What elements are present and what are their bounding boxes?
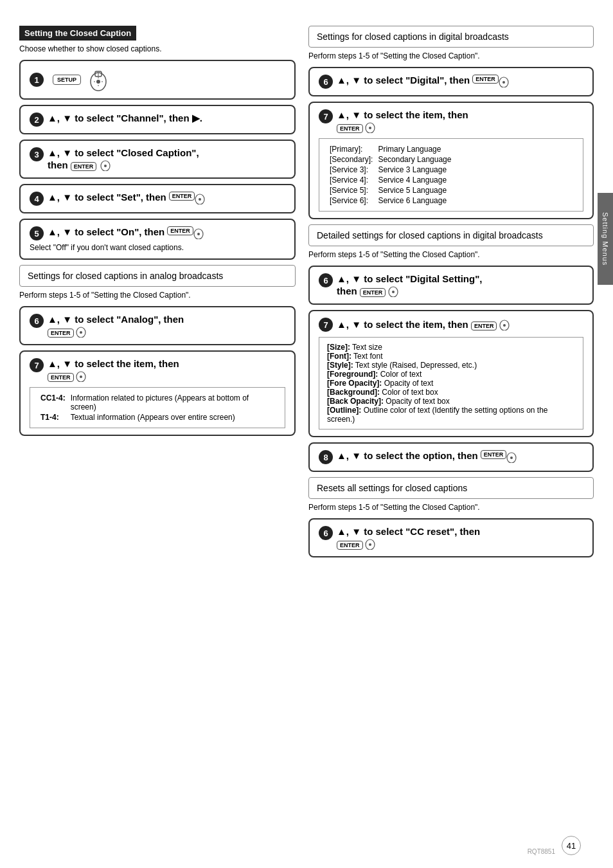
step-5-text: ▲, ▼ to select "On", then [48, 226, 164, 237]
svg-point-27 [510, 457, 513, 459]
analog-step-7-text: ▲, ▼ to select the item, then [48, 358, 179, 369]
step-2-text: ▲, ▼ to select "Channel", then ▶. [48, 113, 202, 124]
enter-icon-3: ENTER [71, 162, 97, 171]
list-item: [Fore Opacity]: Opacity of text [327, 379, 575, 388]
list-item: [Outline]: Outline color of text (Identi… [327, 406, 575, 424]
enter-icon-5: ENTER [167, 226, 193, 235]
digital-step-6-text: ▲, ▼ to select "Digital", then [337, 75, 470, 86]
analog-item-list: CC1-4: Information related to pictures (… [30, 387, 285, 428]
remote-small-icon-det8 [505, 450, 518, 463]
list-item: [Background]: Color of text box [327, 388, 575, 397]
svg-point-25 [503, 324, 506, 327]
list-item: [Primary]:Primary Language [327, 144, 454, 154]
sidebar-label: Setting Menus [601, 212, 609, 266]
remote-small-icon-det6 [387, 284, 400, 297]
list-item: CC1-4: Information related to pictures (… [38, 393, 277, 412]
svg-point-21 [369, 127, 371, 129]
left-column: Setting the Closed Caption Choose whethe… [19, 26, 296, 842]
detailed-step-6-number: 6 [319, 273, 333, 287]
svg-point-19 [502, 81, 505, 84]
digital-step-7-text: ▲, ▼ to select the item, then [337, 109, 468, 120]
rqt-code: RQT8851 [528, 848, 555, 855]
list-item: [Secondary]:Secondary Language [327, 154, 454, 165]
step-2-box: 2 ▲, ▼ to select "Channel", then ▶. [19, 105, 296, 134]
svg-point-11 [199, 198, 201, 201]
digital-step-6-box: 6 ▲, ▼ to select "Digital", then ENTER [308, 67, 594, 96]
enter-icon-det7: ENTER [471, 321, 497, 330]
list-item: T1-4: Textual information (Appears over … [38, 412, 277, 422]
svg-point-15 [80, 331, 82, 334]
digital-step-6-number: 6 [319, 75, 333, 89]
page-number: 41 [562, 836, 581, 855]
step-4-box: 4 ▲, ▼ to select "Set", then ENTER [19, 184, 296, 213]
analog-section-header: Settings for closed captions in analog b… [19, 265, 296, 287]
enter-icon-a6: ENTER [48, 329, 74, 338]
detailed-step-8-text: ▲, ▼ to select the option, then [337, 450, 478, 461]
list-item: [Font]: Text font [327, 352, 575, 361]
analog-step-6-text: ▲, ▼ to select "Analog", then [48, 314, 184, 325]
list-item: [Back Opacity]: Opacity of text box [327, 397, 575, 406]
reset-step-6-text: ▲, ▼ to select "CC reset", then [337, 526, 480, 537]
list-item: [Service 6]:Service 6 Language [327, 195, 454, 206]
analog-step-7-box: 7 ▲, ▼ to select the item, then ENTER CC… [19, 350, 296, 436]
remote-small-icon-4 [193, 192, 206, 204]
list-item: [Service 5]:Service 5 Language [327, 185, 454, 195]
svg-point-17 [80, 375, 82, 378]
digital-detailed-perform: Perform steps 1-5 of "Setting the Closed… [308, 250, 594, 259]
list-item: [Size]: Text size [327, 343, 575, 352]
enter-icon-r6: ENTER [337, 541, 363, 550]
remote-small-icon-a6 [75, 325, 87, 338]
digital-step-7-box: 7 ▲, ▼ to select the item, then ENTER [P… [308, 102, 594, 219]
remote-small-icon-d6 [497, 75, 510, 87]
reset-perform-text: Perform steps 1-5 of "Setting the Closed… [308, 503, 594, 512]
detailed-step-7-box: 7 ▲, ▼ to select the item, then ENTER [S… [308, 310, 594, 437]
right-column: Settings for closed captions in digital … [308, 26, 594, 842]
step-1-number: 1 [30, 73, 44, 87]
list-item: [Style]: Text style (Raised, Depressed, … [327, 361, 575, 370]
detailed-item-list: [Size]: Text size [Font]: Text font [Sty… [319, 337, 583, 429]
analog-step-7-number: 7 [30, 358, 44, 372]
step-5-subtext: Select "Off" if you don't want closed ca… [30, 243, 285, 252]
list-item: [Service 3]:Service 3 Language [327, 165, 454, 175]
analog-step-6-number: 6 [30, 314, 44, 328]
remote-small-icon-5 [192, 226, 205, 239]
digital-basic-header: Settings for closed captions in digital … [308, 26, 594, 48]
svg-point-3 [96, 80, 100, 84]
remote-icon [86, 68, 111, 92]
remote-small-icon-a7 [75, 369, 87, 382]
remote-small-icon-d7 [364, 120, 377, 133]
page: Setting Menus Setting the Closed Caption… [0, 0, 613, 868]
digital-detailed-header: Detailed settings for closed captions in… [308, 224, 594, 246]
step-3-number: 3 [30, 147, 44, 161]
list-item: [Foreground]: Color of text [327, 370, 575, 379]
list-item: [Service 4]:Service 4 Language [327, 175, 454, 185]
step-5-box: 5 ▲, ▼ to select "On", then ENTER Select… [19, 219, 296, 260]
digital-item-list: [Primary]:Primary Language [Secondary]:S… [319, 138, 583, 212]
detailed-step-6-then: then [337, 285, 360, 296]
sidebar-tab: Setting Menus [598, 193, 613, 285]
reset-section-header: Resets all settings for closed captions [308, 477, 594, 499]
step-3-text: ▲, ▼ to select "Closed Caption", [48, 147, 199, 158]
analog-perform-text: Perform steps 1-5 of "Setting the Closed… [19, 291, 296, 300]
setup-label: SETUP [53, 75, 81, 85]
digital-basic-perform: Perform steps 1-5 of "Setting the Closed… [308, 51, 594, 60]
digital-step-7-number: 7 [319, 109, 333, 123]
left-subtitle: Choose whether to show closed captions. [19, 44, 296, 53]
step-3-text2: then [48, 159, 71, 170]
detailed-step-6-text: ▲, ▼ to select "Digital Setting", [337, 273, 482, 284]
reset-step-6-number: 6 [319, 526, 333, 540]
detailed-step-7-text: ▲, ▼ to select the item, then [337, 319, 471, 330]
remote-small-icon-r6 [364, 537, 377, 550]
detailed-step-8-number: 8 [319, 450, 333, 464]
svg-point-13 [197, 233, 200, 235]
detailed-step-8-box: 8 ▲, ▼ to select the option, then ENTER [308, 442, 594, 472]
left-section-header: Setting the Closed Caption [19, 26, 136, 41]
enter-icon-a7: ENTER [48, 373, 74, 382]
detailed-step-6-box: 6 ▲, ▼ to select "Digital Setting", then… [308, 266, 594, 305]
svg-point-29 [369, 543, 371, 546]
enter-icon-det6: ENTER [360, 288, 386, 297]
analog-step-6-box: 6 ▲, ▼ to select "Analog", then ENTER [19, 306, 296, 345]
remote-small-icon-3 [99, 158, 112, 171]
enter-icon-4: ENTER [169, 192, 195, 201]
svg-point-9 [104, 165, 107, 167]
